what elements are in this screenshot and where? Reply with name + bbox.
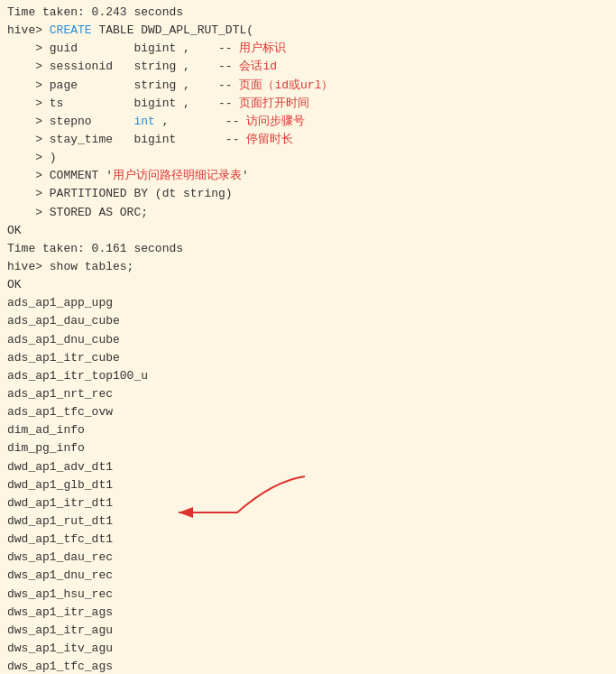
text-span: dwd_ap1_rut_dt1 [7,514,120,528]
comment-span: 会话id [239,60,277,73]
output-line: > COMMENT '用户访问路径明细记录表' [7,167,609,185]
output-line: hive> CREATE TABLE DWD_APL_RUT_DTL( [7,22,609,40]
comment-span: 用户访问路径明细记录表 [113,169,242,182]
text-span: > PARTITIONED BY (dt string) [7,187,233,200]
text-span: dwd_ap1_tfc_dt1 [7,532,113,546]
text-span: , -- [155,115,246,128]
table-name-line: dws_ap1_itr_ags [7,604,609,622]
text-span: > STORED AS ORC; [7,206,148,219]
text-span: OK [7,278,22,291]
comment-span: 用户标识 [239,42,286,55]
text-span: > sessionid string , -- [7,60,239,73]
table-name-line: ads_ap1_tfc_ovw [7,403,609,421]
table-name-line: dim_ad_info [7,421,609,439]
comment-span: 页面（id或url） [239,78,333,92]
text-span: ads_ap1_itr_top100_u [7,369,148,383]
text-span: Time taken: 0.161 seconds [7,242,183,255]
highlighted-table-line: dwd_ap1_rut_dt1 [7,512,609,531]
output-line: > ) [7,149,609,167]
comment-span: 停留时长 [246,133,293,146]
text-span: ads_ap1_nrt_rec [7,387,113,401]
table-name-line: dws_ap1_itr_agu [7,622,609,640]
text-span: dwd_ap1_itr_dt1 [7,496,113,510]
table-name-line: ads_ap1_dau_cube [7,312,609,330]
output-line: > page string , -- 页面（id或url） [7,77,609,95]
output-line: Time taken: 0.161 seconds [7,240,609,258]
output-line: OK [7,276,609,294]
table-name-line: ads_ap1_dnu_cube [7,331,609,349]
table-name-line: dwd_ap1_tfc_dt1 [7,531,609,549]
text-span: ads_ap1_dnu_cube [7,333,120,346]
text-span: ads_ap1_tfc_ovw [7,405,113,419]
table-name-line: ads_ap1_nrt_rec [7,385,609,403]
red-arrow-icon [165,472,309,531]
table-name-line: dws_ap1_hsu_rec [7,586,609,604]
output-line: > sessionid string , -- 会话id [7,58,609,76]
text-span: dwd_ap1_glb_dt1 [7,478,113,492]
table-name-line: dws_ap1_tfc_ags [7,658,609,674]
output-line: > stay_time bigint -- 停留时长 [7,131,609,149]
table-name-line: ads_ap1_itr_cube [7,349,609,367]
text-span: > ) [7,151,57,164]
output-line: > guid bigint , -- 用户标识 [7,40,609,58]
text-span: > COMMENT ' [7,169,113,182]
text-span: ads_ap1_dau_cube [7,314,120,328]
text-span: dwd_ap1_adv_dt1 [7,460,113,474]
text-span: dws_ap1_hsu_rec [7,587,113,601]
output-line: > PARTITIONED BY (dt string) [7,185,609,203]
text-span: > page string , -- [7,78,239,92]
text-span: dws_ap1_dnu_rec [7,568,113,582]
table-name-line: ads_ap1_itr_top100_u [7,367,609,385]
text-span: hive> [7,23,50,37]
output-line: hive> show tables; [7,258,609,276]
type-int: int [133,115,154,128]
text-span: ' [242,169,249,182]
text-span: ads_ap1_itr_cube [7,351,120,365]
text-span: > stay_time bigint -- [7,133,246,146]
table-name-line: dws_ap1_itv_agu [7,640,609,658]
comment-span: 页面打开时间 [239,97,309,110]
text-span: dws_ap1_itr_ags [7,605,113,619]
table-name-line: dws_ap1_dau_rec [7,549,609,567]
output-line: > stepno int , -- 访问步骤号 [7,113,609,131]
table-name-line: dim_pg_info [7,439,609,457]
table-name-line: dws_ap1_dnu_rec [7,567,609,585]
text-span: Time taken: 0.243 seconds [7,5,183,19]
text-span: > guid bigint , -- [7,42,239,55]
output-line: > ts bigint , -- 页面打开时间 [7,95,609,113]
text-span: hive> show tables; [7,260,133,273]
text-span: dws_ap1_itr_agu [7,623,113,637]
text-span: TABLE DWD_APL_RUT_DTL( [92,23,253,37]
text-span: dws_ap1_tfc_ags [7,660,113,673]
text-span: dws_ap1_itv_agu [7,642,113,655]
terminal-window: Time taken: 0.243 seconds hive> CREATE T… [0,0,616,674]
text-span: > stepno [7,115,133,128]
comment-span: 访问步骤号 [246,115,305,128]
text-span: ads_ap1_app_upg [7,296,113,309]
text-span: dim_pg_info [7,441,85,455]
output-line: > STORED AS ORC; [7,204,609,222]
text-span: dws_ap1_dau_rec [7,550,113,564]
output-line: OK [7,222,609,240]
table-name-line: ads_ap1_app_upg [7,294,609,312]
text-span: > ts bigint , -- [7,97,239,110]
text-span: dim_ad_info [7,423,85,437]
keyword-create: CREATE [50,23,92,37]
text-span: OK [7,224,22,237]
output-line: Time taken: 0.243 seconds [7,4,609,22]
